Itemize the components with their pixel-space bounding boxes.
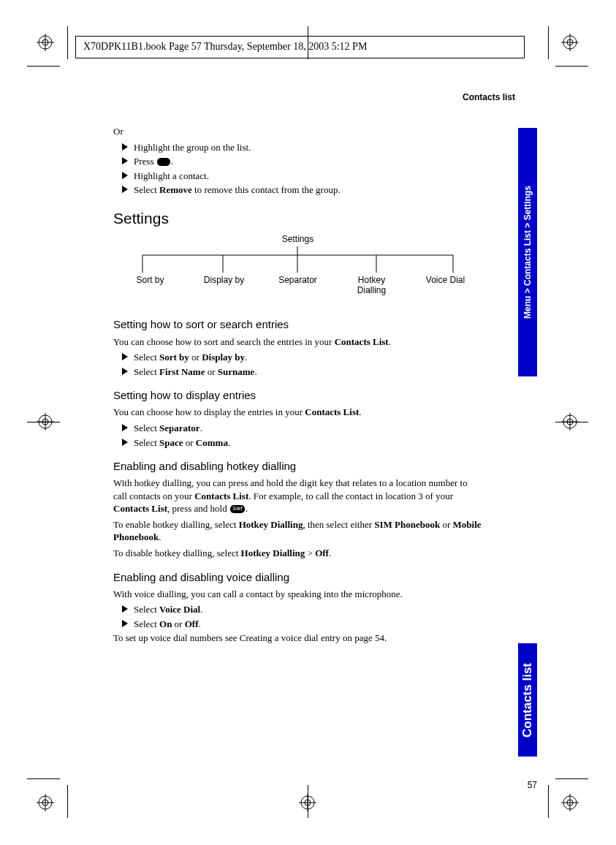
- list-item: Highlight a contact.: [122, 170, 482, 183]
- hotkey-heading: Enabling and disabling hotkey dialling: [113, 459, 482, 474]
- sort-search-heading: Setting how to sort or search entries: [113, 317, 482, 332]
- section-tab: Contacts list: [518, 643, 537, 757]
- settings-tree: Settings Sort by Display by Separator Ho…: [113, 233, 482, 295]
- list-item: Select Separator.: [122, 422, 482, 435]
- reg-mark-bl: [37, 794, 54, 811]
- print-header: X70DPK11B1.book Page 57 Thursday, Septem…: [75, 36, 525, 58]
- step-text: Press .: [134, 155, 173, 168]
- svg-marker-28: [122, 143, 128, 151]
- tree-leaf: Sort by: [113, 276, 187, 296]
- reg-mark-tr: [561, 34, 579, 51]
- tree-root: Settings: [282, 233, 313, 245]
- step-text: Select Sort by or Display by.: [134, 351, 247, 364]
- step-text: Select On or Off.: [134, 618, 201, 631]
- list-item: Select Remove to remove this contact fro…: [122, 183, 482, 197]
- running-head: Contacts list: [113, 91, 515, 103]
- list-item: Select Space or Comma.: [122, 436, 482, 450]
- body-text: To set up voice dial numbers see Creatin…: [113, 632, 482, 645]
- settings-heading: Settings: [113, 208, 482, 229]
- list-item: Press .: [122, 155, 482, 168]
- reg-mark-br: [561, 794, 579, 811]
- triangle-icon: [122, 170, 134, 183]
- body-text: With voice dialling, you can call a cont…: [113, 588, 482, 601]
- print-header-text: X70DPK11B1.book Page 57 Thursday, Septem…: [83, 41, 367, 52]
- section-tab-text: Contacts list: [520, 662, 536, 737]
- svg-marker-31: [122, 186, 128, 193]
- triangle-icon: [122, 365, 134, 379]
- triangle-icon: [122, 618, 134, 631]
- svg-marker-44: [122, 620, 128, 627]
- step-text: Highlight a contact.: [134, 170, 209, 183]
- page-number: 57: [528, 779, 537, 791]
- triangle-icon: [122, 422, 134, 435]
- tree-leaf: Display by: [187, 276, 261, 296]
- list-item: Select Voice Dial.: [122, 603, 482, 616]
- triangle-icon: [122, 436, 134, 450]
- step-text: Highlight the group on the list.: [134, 141, 251, 154]
- svg-marker-39: [122, 353, 128, 360]
- tree-leaf: Hotkey Dialling: [335, 276, 408, 296]
- or-label: Or: [113, 125, 482, 138]
- breadcrumb-text: Menu > Contacts List > Settings: [522, 186, 533, 319]
- list-item: Select On or Off.: [122, 618, 482, 631]
- list-item: Select Sort by or Display by.: [122, 351, 482, 364]
- key-3-icon: 3def: [230, 505, 245, 513]
- triangle-icon: [122, 155, 134, 168]
- tree-lines: [113, 246, 482, 276]
- tree-leaf: Separator: [261, 276, 335, 296]
- svg-marker-43: [122, 605, 128, 613]
- triangle-icon: [122, 351, 134, 364]
- reg-mark-tl: [37, 34, 54, 51]
- body-text: To disable hotkey dialling, select Hotke…: [113, 547, 482, 560]
- svg-marker-42: [122, 439, 128, 446]
- svg-marker-30: [122, 172, 128, 179]
- body-text: To enable hotkey dialling, select Hotkey…: [113, 518, 482, 544]
- body-text: You can choose how to display the entrie…: [113, 406, 482, 419]
- body-text: With hotkey dialling, you can press and …: [113, 477, 482, 515]
- list-item: Select First Name or Surname.: [122, 365, 482, 379]
- svg-marker-40: [122, 368, 128, 375]
- svg-marker-41: [122, 424, 128, 431]
- svg-marker-29: [122, 157, 128, 164]
- step-text: Select First Name or Surname.: [134, 365, 257, 379]
- body-text: You can choose how to sort and search th…: [113, 336, 482, 349]
- step-text: Select Remove to remove this contact fro…: [134, 183, 341, 197]
- triangle-icon: [122, 183, 134, 197]
- key-icon: [157, 158, 170, 166]
- step-text: Select Space or Comma.: [134, 436, 230, 450]
- tree-leaf: Voice Dial: [408, 276, 482, 296]
- list-item: Highlight the group on the list.: [122, 141, 482, 154]
- voice-heading: Enabling and disabling voice dialling: [113, 570, 482, 585]
- page-body: Contacts list Or Highlight the group on …: [113, 91, 522, 648]
- breadcrumb-tab: Menu > Contacts List > Settings: [518, 128, 537, 376]
- display-heading: Setting how to display entries: [113, 388, 482, 403]
- step-text: Select Separator.: [134, 422, 202, 435]
- step-text: Select Voice Dial.: [134, 603, 202, 616]
- triangle-icon: [122, 141, 134, 154]
- triangle-icon: [122, 603, 134, 616]
